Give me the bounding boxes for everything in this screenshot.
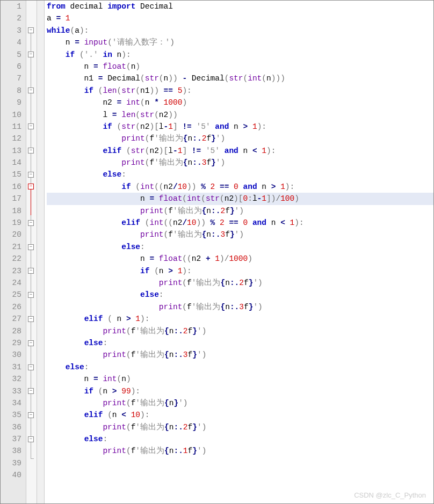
- fold-marker-minus-icon[interactable]: −: [28, 412, 34, 418]
- fold-marker-minus-icon[interactable]: −: [28, 292, 34, 298]
- code-line[interactable]: l = len(str(n2)): [47, 109, 433, 121]
- code-line[interactable]: from decimal import Decimal: [47, 1, 433, 12]
- fold-column: − − − − − − − − − − − − − − − − −: [26, 1, 37, 503]
- code-line[interactable]: print(f'输出为{n}'): [47, 397, 433, 409]
- code-line[interactable]: print(f'输出为{n:.3f}'): [47, 301, 433, 313]
- code-line[interactable]: print(f'输出为{n:.2f}'): [47, 277, 433, 289]
- line-number[interactable]: 24: [1, 277, 21, 289]
- fold-marker-minus-icon[interactable]: −: [28, 123, 34, 129]
- code-line[interactable]: elif (n < 10):: [47, 409, 433, 421]
- line-number[interactable]: 27: [1, 313, 21, 325]
- code-line[interactable]: if (n > 1):: [47, 265, 433, 277]
- code-line[interactable]: if (str(n2)[l-1] != '5' and n > 1):: [47, 121, 433, 133]
- line-number[interactable]: 22: [1, 253, 21, 265]
- line-number[interactable]: 12: [1, 133, 21, 144]
- line-number[interactable]: 6: [1, 61, 21, 72]
- fold-marker-minus-icon[interactable]: −: [28, 268, 34, 274]
- line-number[interactable]: 28: [1, 325, 21, 337]
- line-number[interactable]: 13: [1, 145, 21, 157]
- line-number[interactable]: 33: [1, 385, 21, 397]
- editor-margin: [37, 1, 45, 503]
- code-line[interactable]: else:: [47, 361, 433, 373]
- code-line[interactable]: elif (str(n2)[l-1] != '5' and n < 1):: [47, 145, 433, 157]
- code-line[interactable]: else:: [47, 289, 433, 301]
- fold-marker-minus-icon[interactable]: −: [28, 364, 34, 370]
- code-line[interactable]: if ('.' in n):: [47, 49, 433, 61]
- code-line[interactable]: elif (int((n2/10)) % 2 == 0 and n < 1):: [47, 217, 433, 229]
- code-line[interactable]: print(f'输出为{n:.3f}'): [47, 229, 433, 240]
- code-area[interactable]: from decimal import Decimal a = 1 while(…: [45, 1, 433, 503]
- line-number[interactable]: 26: [1, 301, 21, 313]
- code-line[interactable]: if (len(str(n1)) == 5):: [47, 85, 433, 97]
- line-number[interactable]: 4: [1, 36, 21, 48]
- code-line[interactable]: n = float((n2 + 1)/1000): [47, 253, 433, 265]
- code-line[interactable]: n1 = Decimal(str(n)) - Decimal(str(int(n…: [47, 72, 433, 84]
- code-line[interactable]: print(f'输出为{n:.3f}'): [47, 157, 433, 169]
- code-line[interactable]: n = float(n): [47, 61, 433, 72]
- line-number[interactable]: 15: [1, 169, 21, 180]
- line-number[interactable]: 39: [1, 457, 21, 469]
- code-line[interactable]: print(f'输出为{n:.2f}'): [47, 325, 433, 337]
- line-number[interactable]: 30: [1, 349, 21, 361]
- line-number[interactable]: 32: [1, 373, 21, 385]
- fold-marker-minus-icon[interactable]: −: [28, 184, 34, 189]
- line-number[interactable]: 23: [1, 265, 21, 277]
- code-line[interactable]: else:: [47, 337, 433, 349]
- code-line-highlighted[interactable]: n = float(int(str(n2)[0:l-1])/100): [47, 193, 433, 204]
- code-line[interactable]: print(f'输出为{n:.1f}'): [47, 445, 433, 457]
- fold-marker-minus-icon[interactable]: −: [28, 316, 34, 322]
- code-line[interactable]: else:: [47, 169, 433, 180]
- fold-marker-minus-icon[interactable]: −: [28, 87, 34, 93]
- line-number[interactable]: 1: [1, 1, 21, 12]
- fold-marker-minus-icon[interactable]: −: [28, 220, 34, 226]
- fold-marker-minus-icon[interactable]: −: [28, 172, 34, 178]
- code-line[interactable]: while(a):: [47, 25, 433, 36]
- line-number[interactable]: 25: [1, 289, 21, 301]
- line-number[interactable]: 16: [1, 181, 21, 193]
- line-number[interactable]: 38: [1, 445, 21, 457]
- line-number[interactable]: 10: [1, 109, 21, 121]
- line-number[interactable]: 35: [1, 409, 21, 421]
- fold-marker-minus-icon[interactable]: −: [28, 148, 34, 154]
- code-line[interactable]: n = input('请输入数字：'): [47, 36, 433, 48]
- fold-marker-minus-icon[interactable]: −: [28, 27, 34, 33]
- line-number[interactable]: 3: [1, 25, 21, 36]
- line-number[interactable]: 14: [1, 157, 21, 169]
- code-line[interactable]: [47, 469, 433, 481]
- code-line[interactable]: else:: [47, 433, 433, 445]
- line-number[interactable]: 5: [1, 49, 21, 61]
- line-number[interactable]: 8: [1, 85, 21, 97]
- line-number[interactable]: 19: [1, 217, 21, 229]
- line-number[interactable]: 20: [1, 229, 21, 240]
- code-line[interactable]: elif ( n > 1):: [47, 313, 433, 325]
- fold-marker-minus-icon[interactable]: −: [28, 244, 34, 250]
- line-number[interactable]: 36: [1, 421, 21, 433]
- line-number[interactable]: 7: [1, 72, 21, 84]
- code-line[interactable]: print(f'输出为{n:.2f}'): [47, 421, 433, 433]
- fold-marker-minus-icon[interactable]: −: [28, 388, 34, 394]
- code-line[interactable]: [47, 457, 433, 469]
- line-number[interactable]: 37: [1, 433, 21, 445]
- line-number[interactable]: 34: [1, 397, 21, 409]
- fold-marker-minus-icon[interactable]: −: [28, 340, 34, 346]
- line-number[interactable]: 9: [1, 97, 21, 108]
- line-number[interactable]: 11: [1, 121, 21, 133]
- fold-marker-minus-icon[interactable]: −: [28, 52, 34, 57]
- line-number[interactable]: 29: [1, 337, 21, 349]
- line-number[interactable]: 40: [1, 469, 21, 481]
- code-line[interactable]: a = 1: [47, 12, 433, 24]
- code-line[interactable]: print(f'输出为{n:.2f}'): [47, 133, 433, 144]
- code-line[interactable]: print(f'输出为{n:.2f}'): [47, 205, 433, 217]
- fold-marker-minus-icon[interactable]: −: [28, 436, 34, 442]
- line-number[interactable]: 18: [1, 205, 21, 217]
- line-number[interactable]: 17: [1, 193, 21, 204]
- code-line[interactable]: n = int(n): [47, 373, 433, 385]
- line-number[interactable]: 21: [1, 241, 21, 253]
- code-line[interactable]: if (n > 99):: [47, 385, 433, 397]
- code-line[interactable]: else:: [47, 241, 433, 253]
- line-number[interactable]: 31: [1, 361, 21, 373]
- line-number[interactable]: 2: [1, 12, 21, 24]
- code-line[interactable]: n2 = int(n * 1000): [47, 97, 433, 108]
- code-line[interactable]: print(f'输出为{n:.3f}'): [47, 349, 433, 361]
- code-line[interactable]: if (int((n2/10)) % 2 == 0 and n > 1):: [47, 181, 433, 193]
